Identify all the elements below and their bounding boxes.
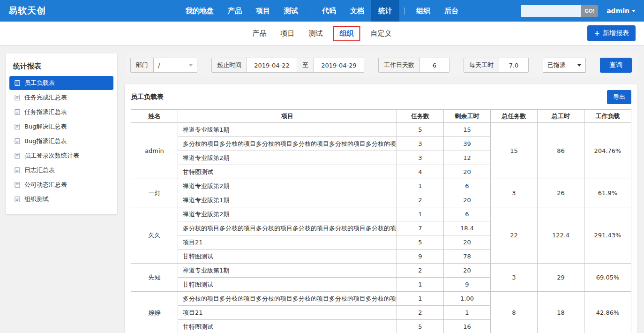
employee-name: 先知	[131, 264, 178, 292]
project-name: 禅道专业版第2期	[178, 179, 397, 193]
query-button[interactable]: 查询	[600, 58, 632, 73]
task-count: 7	[397, 221, 444, 235]
sidebar-item-org-test[interactable]: 组织测试	[9, 192, 113, 206]
tab-test[interactable]: 测试	[305, 27, 327, 40]
sidebar-item-label: Bug解决汇总表	[24, 122, 67, 131]
project-name: 甘特图测试	[178, 278, 397, 292]
sidebar-item-employee-workload[interactable]: 员工负载表	[9, 76, 113, 90]
daily-hours-group: 每天工时	[464, 58, 529, 73]
project-name: 甘特图测试	[178, 165, 397, 179]
nav-item-admin[interactable]: 后台	[437, 0, 465, 22]
task-count: 1	[397, 207, 444, 221]
sidebar-item-task-finished[interactable]: 任务完成汇总表	[9, 91, 113, 105]
remaining-hours: 16	[444, 320, 491, 333]
nav-item-test[interactable]: 测试	[277, 0, 305, 22]
total-hours: 18	[538, 292, 584, 333]
project-name: 项目21	[178, 306, 397, 320]
table-row: 一灯禅道专业版第2期1632661.9%	[131, 179, 631, 193]
date-to-input[interactable]	[314, 58, 364, 72]
sidebar-item-label: 员工登录次数统计表	[24, 151, 79, 160]
sidebar-item-label: Bug指派汇总表	[24, 137, 67, 145]
dept-select-value: /	[158, 62, 160, 69]
app-logo[interactable]: 易软天创	[8, 5, 46, 17]
remaining-hours: 12	[444, 151, 491, 165]
task-count: 3	[397, 151, 444, 165]
remaining-hours: 6	[444, 179, 491, 193]
total-tasks: 15	[491, 123, 538, 179]
user-menu[interactable]: admin	[607, 7, 636, 15]
total-tasks: 3	[491, 179, 538, 207]
add-report-button[interactable]: + 新增报表	[587, 25, 636, 41]
project-name: 甘特图测试	[178, 320, 397, 333]
nav-item-stats[interactable]: 统计	[371, 0, 399, 22]
col-total-tasks: 总任务数	[491, 110, 538, 123]
employee-name: 一灯	[131, 179, 178, 207]
tab-custom[interactable]: 自定义	[367, 27, 396, 40]
workdays-group: 工作日天数	[378, 58, 449, 73]
col-tasks: 任务数	[397, 110, 444, 123]
workload-table: 姓名 项目 任务数 剩余工时 总任务数 总工时 工作负载 admin禅道专业版第…	[131, 109, 631, 333]
sidebar-item-company-dynamic[interactable]: 公司动态汇总表	[9, 178, 113, 192]
top-navbar: 易软天创 我的地盘 产品 项目 测试 代码 文档 统计 组织 后台 GO! ad…	[0, 0, 644, 22]
nav-item-project[interactable]: 项目	[249, 0, 277, 22]
workload: 61.9%	[584, 179, 631, 207]
total-tasks: 22	[491, 207, 538, 264]
project-name: 多分枝的项目多分枝的项目多分枝的项目多分枝的项目多分枝的项目多分枝的项目多分枝的…	[178, 292, 397, 306]
employee-name: admin	[131, 123, 178, 179]
remaining-hours: 20	[444, 264, 491, 278]
report-icon	[14, 152, 21, 159]
project-name: 多分枝的项目多分枝的项目多分枝的项目多分枝的项目多分枝的项目多分枝的项目多分枝的…	[178, 137, 397, 151]
report-card: 员工负载表 导出 姓名 项目 任务数 剩余工时 总任务数 总工时 工	[125, 84, 637, 333]
date-range-label: 起止时间	[212, 58, 247, 72]
date-from-input[interactable]	[247, 58, 297, 72]
workdays-input[interactable]	[420, 58, 449, 72]
project-name: 多分枝的项目多分枝的项目多分枝的项目多分枝的项目多分枝的项目多分枝的项目多分枝的…	[178, 221, 397, 235]
col-project: 项目	[178, 110, 397, 123]
sidebar-item-label: 任务完成汇总表	[24, 93, 67, 102]
nav-item-doc[interactable]: 文档	[343, 0, 371, 22]
dept-select[interactable]: /	[154, 58, 197, 72]
report-icon	[14, 182, 21, 188]
sidebar-item-bug-assigned[interactable]: Bug指派汇总表	[9, 134, 113, 148]
go-button[interactable]: GO!	[581, 5, 598, 17]
tab-org[interactable]: 组织	[333, 26, 360, 41]
task-count: 1	[397, 179, 444, 193]
daily-hours-label: 每天工时	[464, 58, 499, 72]
sub-navbar: 产品 项目 测试 组织 自定义 + 新增报表	[0, 22, 644, 45]
sidebar-list: 员工负载表 任务完成汇总表 任务指派汇总表 Bug解决汇总表 Bug指派汇总表 …	[6, 76, 117, 206]
workload: 42.86%	[584, 292, 631, 333]
project-name: 禅道专业版第1期	[178, 264, 397, 278]
total-hours: 29	[538, 264, 584, 292]
sidebar-item-task-assigned[interactable]: 任务指派汇总表	[9, 105, 113, 119]
sidebar-item-bug-resolved[interactable]: Bug解决汇总表	[9, 120, 113, 134]
daily-hours-input[interactable]	[499, 58, 528, 72]
sidebar-item-label: 员工负载表	[24, 79, 55, 87]
main-column: 部门 / 起止时间 至 工作日天数 每天工时 已指	[125, 53, 637, 333]
project-name: 甘特图测试	[178, 250, 397, 264]
search-input[interactable]	[521, 5, 581, 17]
nav-item-code[interactable]: 代码	[315, 0, 343, 22]
report-icon	[14, 94, 21, 101]
total-tasks: 8	[491, 292, 538, 333]
remaining-hours: 6	[444, 207, 491, 221]
sidebar-item-login-count[interactable]: 员工登录次数统计表	[9, 149, 113, 163]
remaining-hours: 1	[444, 306, 491, 320]
nav-item-my-dashboard[interactable]: 我的地盘	[179, 0, 221, 22]
report-title: 员工负载表	[131, 93, 164, 101]
plus-icon: +	[594, 30, 600, 37]
assign-filter-select[interactable]: 已指派	[543, 58, 586, 73]
project-name: 禅道专业版第1期	[178, 123, 397, 137]
workload: 69.05%	[584, 264, 631, 292]
tab-project[interactable]: 项目	[277, 27, 299, 40]
total-hours: 122.4	[538, 207, 584, 264]
nav-item-product[interactable]: 产品	[221, 0, 249, 22]
project-name: 禅道专业版第2期	[178, 151, 397, 165]
report-icon	[14, 109, 21, 115]
table-row: 先知禅道专业版第1期22032969.05%	[131, 264, 631, 278]
report-icon	[14, 80, 21, 86]
sidebar-item-log-summary[interactable]: 日志汇总表	[9, 163, 113, 177]
nav-item-org[interactable]: 组织	[409, 0, 437, 22]
col-workload: 工作负载	[584, 110, 631, 123]
tab-product[interactable]: 产品	[249, 27, 270, 40]
export-button[interactable]: 导出	[607, 90, 631, 104]
